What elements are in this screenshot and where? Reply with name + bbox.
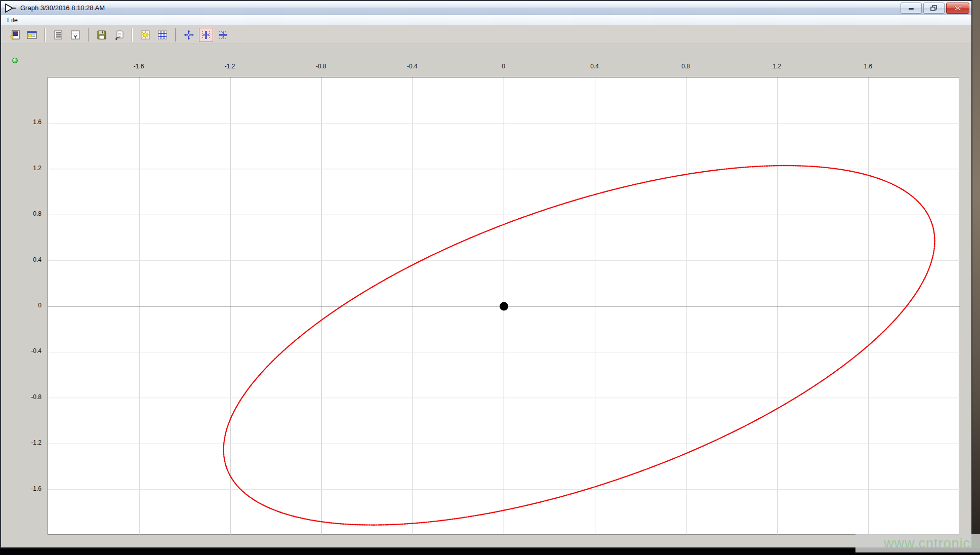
horizontal-cursor-icon: [218, 29, 229, 41]
x-tick-label: 0: [492, 63, 516, 70]
grid-icon: [157, 29, 168, 41]
properties-window-button[interactable]: [25, 28, 39, 42]
y-tick-label: -1.6: [4, 485, 42, 492]
list-view-icon: [53, 29, 64, 41]
autoscale-burst-button[interactable]: [138, 28, 152, 42]
title-bar[interactable]: Graph 3/30/2016 8:10:28 AM: [1, 1, 971, 15]
x-tick-label: -1.6: [127, 63, 151, 70]
y-tick-label: 0.4: [4, 256, 42, 263]
new-graph-icon: [9, 29, 20, 41]
close-button[interactable]: [946, 3, 969, 14]
y-tick-label: 0.8: [4, 210, 42, 217]
save-icon: [96, 29, 107, 41]
export-page-icon: [113, 29, 125, 41]
restore-icon: [930, 5, 937, 11]
new-graph-button[interactable]: [8, 28, 22, 42]
toolbar-separator: [88, 28, 89, 42]
desktop-edge-bottom: [0, 548, 980, 555]
plot-area[interactable]: [48, 77, 959, 535]
y-tick-label: 0: [4, 302, 42, 309]
restore-button[interactable]: [923, 3, 945, 14]
graph-window: Graph 3/30/2016 8:10:28 AM File: [0, 0, 972, 548]
x-tick-label: -0.4: [400, 63, 424, 70]
y-tick-label: 1.2: [4, 165, 42, 172]
close-icon: [954, 5, 961, 11]
axis-panel-button[interactable]: [68, 28, 83, 42]
pan-icon: [183, 29, 194, 41]
y-tick-label: 1.6: [4, 118, 42, 126]
graph-client-area: -1.6-1.2-0.8-0.400.40.81.21.6 1.61.20.80…: [1, 45, 971, 547]
labview-arrow-icon: [5, 4, 16, 13]
pan-button[interactable]: [182, 28, 196, 42]
x-tick-label: 0.4: [583, 63, 607, 70]
autoscale-burst-icon: [140, 29, 151, 41]
x-tick-label: 1.2: [765, 63, 789, 70]
menu-file[interactable]: File: [3, 15, 22, 25]
x-tick-label: 1.6: [856, 63, 880, 70]
x-tick-label: -1.2: [218, 63, 242, 70]
menu-bar: File: [1, 15, 971, 26]
x-tick-label: -0.8: [309, 63, 333, 70]
toolbar: [1, 26, 971, 44]
properties-window-icon: [26, 29, 37, 41]
minimize-icon: [908, 6, 915, 11]
vertical-cursor-button[interactable]: [199, 28, 213, 42]
vertical-cursor-icon: [200, 29, 212, 41]
list-view-button[interactable]: [51, 28, 65, 42]
axis-panel-icon: [70, 29, 81, 41]
save-button[interactable]: [95, 28, 109, 42]
watermark-text: www.cntronics.com: [884, 536, 980, 551]
lissajous-ellipse-curve: [224, 166, 935, 525]
origin-point-marker: [500, 302, 508, 311]
minimize-button[interactable]: [901, 3, 922, 14]
toolbar-separator: [175, 28, 176, 42]
y-tick-label: -0.4: [4, 347, 42, 354]
desktop-edge-right: [972, 0, 980, 555]
y-tick-label: -0.8: [4, 393, 42, 401]
horizontal-cursor-button[interactable]: [216, 28, 230, 42]
grid-button[interactable]: [155, 28, 170, 42]
toolbar-separator: [132, 28, 133, 42]
x-tick-label: 0.8: [674, 63, 698, 70]
toolbar-separator: [45, 28, 46, 42]
window-title: Graph 3/30/2016 8:10:28 AM: [20, 4, 105, 12]
xy-graph[interactable]: [48, 77, 960, 535]
export-page-button[interactable]: [112, 28, 126, 42]
y-tick-label: -1.2: [4, 439, 42, 446]
status-led-icon: [12, 58, 18, 63]
